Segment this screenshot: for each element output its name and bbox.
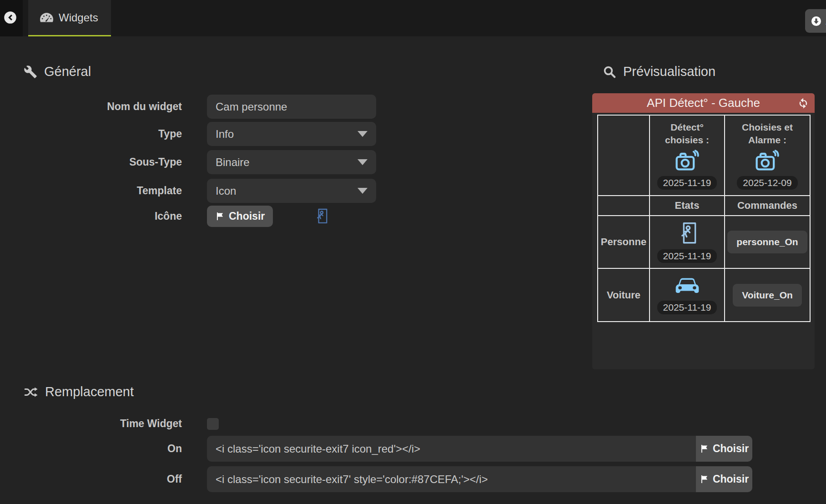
search-icon [603,65,616,79]
flag-icon [700,474,709,484]
on-choose-button[interactable]: Choisir [696,436,752,462]
form-row-time-widget: Time Widget [0,418,219,430]
on-choose-button-label: Choisir [713,443,749,455]
widget-name-input[interactable] [207,95,376,119]
exit-run-icon [677,221,698,246]
form-row-off: Off Choisir [0,466,752,492]
chevron-down-icon [358,159,368,165]
template-select[interactable]: Icon [207,179,376,203]
tab-widgets[interactable]: Widgets [28,0,111,36]
car-icon [673,276,701,297]
personne-on-button[interactable]: personne_On [727,231,807,253]
choose-icon-button-label: Choisir [229,210,265,222]
empty-cell [598,115,650,196]
widgets-config-screen: Widgets A Général Nom du widget Type Inf [0,0,826,504]
tab-widgets-label: Widgets [59,11,98,24]
personne-command-cell: personne_On [725,216,810,268]
back-button[interactable] [4,11,17,24]
chevron-down-icon [358,188,368,194]
topbar: Widgets A [0,0,826,36]
shuffle-icon [24,386,38,398]
flag-icon [700,444,709,454]
selected-exit-icon [314,208,328,225]
type-select[interactable]: Info [207,122,376,146]
on-input-group: Choisir [207,436,752,462]
form-row-icon: Icône Choisir [0,206,328,227]
alarm-date-badge: 2025-12-09 [737,176,797,190]
name-field-label: Nom du widget [0,101,207,113]
subtype-field-label: Sous-Type [0,156,207,168]
voiture-on-button[interactable]: Voiture_On [733,284,802,307]
widget-preview-header: API Détect° - Gauche [592,93,815,113]
form-row-template: Template Icon [0,179,376,203]
table-row-personne: Personne 2025-11-19 pe [598,216,810,268]
replacement-section-title: Remplacement [24,384,134,399]
personne-state-cell: 2025-11-19 [650,216,725,268]
alarm-header-cell: Choisies et Alarme : 2025-12-09 [725,115,810,196]
on-icon-input[interactable] [207,436,696,462]
voiture-command-cell: Voiture_On [725,268,810,322]
off-field-label: Off [0,473,207,485]
empty-cell [598,196,650,216]
subtype-select[interactable]: Binaire [207,150,376,174]
subtype-select-value: Binaire [216,156,250,169]
flag-icon [215,212,225,221]
icon-field-label: Icône [0,210,207,222]
form-row-type: Type Info [0,122,376,146]
widget-preview-table: Détect° choisies : 2025-11-19 [597,115,811,322]
off-icon-input[interactable] [207,466,696,492]
type-select-value: Info [216,128,234,141]
apply-button[interactable]: A [805,9,826,33]
states-header-cell: Etats [650,196,725,216]
form-row-name: Nom du widget [0,95,376,119]
off-input-group: Choisir [207,466,752,492]
camera-icon [674,150,700,172]
off-choose-button-label: Choisir [713,473,749,485]
camera-icon [754,150,781,172]
type-field-label: Type [0,128,207,140]
choose-icon-button[interactable]: Choisir [207,206,273,227]
table-row-headers: Détect° choisies : 2025-11-19 [598,115,810,196]
voiture-date-badge: 2025-11-19 [657,301,717,314]
widget-preview-title: API Détect° - Gauche [647,96,760,110]
arrow-left-circle-icon [4,11,17,24]
off-choose-button[interactable]: Choisir [696,466,752,492]
table-row-voiture: Voiture 2025-11-19 [598,268,810,322]
commands-header-cell: Commandes [725,196,810,216]
gauge-icon [40,12,54,23]
template-select-value: Icon [216,185,236,197]
voiture-state-cell: 2025-11-19 [650,268,725,322]
personne-row-label: Personne [598,216,650,268]
form-row-subtype: Sous-Type Binaire [0,150,376,174]
template-field-label: Template [0,185,207,197]
preview-section-title: Prévisualisation [603,64,715,79]
personne-date-badge: 2025-11-19 [657,249,717,263]
table-row-subheaders: Etats Commandes [598,196,810,216]
chevron-down-icon [358,131,368,137]
on-field-label: On [0,443,207,455]
widget-preview-card: API Détect° - Gauche Détect° [592,93,815,369]
detect-date-badge: 2025-11-19 [657,176,717,190]
detect-header-cell: Détect° choisies : 2025-11-19 [650,115,725,196]
arrow-down-circle-icon [811,16,821,26]
general-section-title: Général [24,64,91,79]
wrench-icon [24,65,37,79]
voiture-row-label: Voiture [598,268,650,322]
refresh-button[interactable] [797,97,809,109]
form-row-on: On Choisir [0,436,752,462]
time-widget-checkbox[interactable] [207,418,219,430]
time-widget-label: Time Widget [0,418,207,430]
refresh-icon [797,97,809,109]
